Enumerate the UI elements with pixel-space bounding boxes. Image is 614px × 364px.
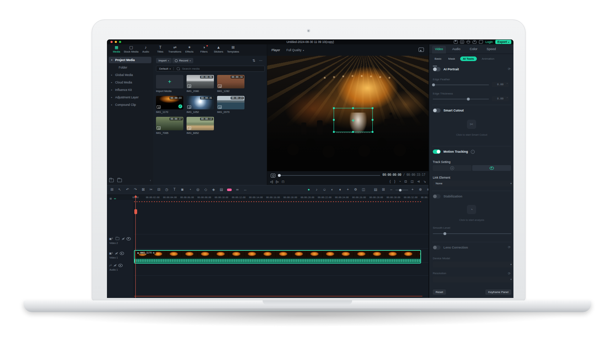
add-keyframe-icon[interactable]: + xyxy=(346,188,350,192)
resize-handle[interactable] xyxy=(372,131,373,133)
mask-icon[interactable]: ◙ xyxy=(180,188,184,192)
resize-handle[interactable] xyxy=(333,107,335,109)
media-item[interactable]: 00:00:33 ✓ IMG_1170 xyxy=(156,96,183,114)
settings-icon[interactable]: ⚙ xyxy=(354,188,358,192)
new-folder-icon[interactable] xyxy=(109,179,114,182)
timeline-scroll-indicator[interactable] xyxy=(134,296,422,297)
add-track-icon[interactable]: ⊞ xyxy=(109,197,112,200)
snapshot-icon[interactable]: ◫ xyxy=(410,180,414,183)
save-icon[interactable] xyxy=(454,40,458,44)
cart-icon[interactable] xyxy=(479,40,483,44)
nav-tab[interactable]: ✶ Effects xyxy=(183,45,195,53)
keyframe-panel-button[interactable]: Keyframe Panel xyxy=(485,289,511,295)
folder-icon[interactable] xyxy=(115,237,119,240)
sort-order-dropdown[interactable]: Default xyxy=(156,67,173,70)
sidebar-item[interactable]: Project Media xyxy=(109,57,151,63)
audio-mixer-icon[interactable]: ▤ xyxy=(219,188,223,192)
playhead-top-marker[interactable] xyxy=(135,196,137,198)
quality-dropdown[interactable]: Full Quality xyxy=(285,48,306,53)
media-panel-toggle-icon[interactable]: ⊞ xyxy=(110,188,114,192)
redo-icon[interactable]: ↷ xyxy=(133,188,138,192)
track-target-button[interactable] xyxy=(433,165,472,171)
inspector-subtab[interactable]: Animation xyxy=(480,56,496,61)
import-media-tile[interactable]: + Import Media xyxy=(156,75,183,93)
mute-track-icon[interactable]: ⊲ xyxy=(114,264,116,267)
link-element-dropdown[interactable]: None xyxy=(433,181,513,186)
stabilization-analysis-icon[interactable]: ◔ xyxy=(467,205,476,214)
volume-icon[interactable]: ⊲ xyxy=(417,180,420,183)
resize-handle[interactable] xyxy=(372,107,373,109)
freeze-frame-icon[interactable]: ◔ xyxy=(188,188,192,192)
media-item[interactable]: 00:00:13 ✓ IMG_6652 xyxy=(187,117,214,135)
nav-tab[interactable]: ⊞ Templates xyxy=(227,45,239,53)
ai-portrait-toggle[interactable] xyxy=(433,67,441,71)
undo-icon[interactable]: ↶ xyxy=(125,188,130,192)
tracking-selection-box[interactable]: + xyxy=(334,108,373,132)
timeline-zoom-slider[interactable] xyxy=(395,190,408,190)
media-library-icon[interactable] xyxy=(460,40,464,44)
login-button[interactable]: Login xyxy=(485,40,493,44)
inspector-subtab[interactable]: AI Tools xyxy=(460,56,477,61)
track-view-icon[interactable]: ⊞ xyxy=(381,188,386,192)
inspector-tab[interactable]: Video xyxy=(432,46,446,54)
toggle-visibility-icon[interactable] xyxy=(120,252,124,255)
sidebar-item[interactable]: Global Media xyxy=(109,72,151,78)
smart-cutout-icon[interactable]: ✂ xyxy=(467,120,476,129)
ripple-edit-icon[interactable]: ↔ xyxy=(243,188,247,192)
sidebar-item[interactable]: Influence Kit xyxy=(109,87,151,93)
timeline-clip[interactable] xyxy=(134,250,421,264)
inspector-tab[interactable]: Color xyxy=(467,46,480,54)
edge-feather-value[interactable]: 0.00 xyxy=(492,82,509,87)
reset-icon[interactable]: ⟳ xyxy=(508,245,511,249)
quick-text-icon[interactable]: T xyxy=(172,188,177,192)
marker-icon[interactable]: ◈ xyxy=(211,188,216,192)
info-icon[interactable]: i xyxy=(471,150,475,154)
beat-detection-icon[interactable]: ♪ xyxy=(314,188,319,192)
timeline-tracks-area[interactable] xyxy=(107,200,429,298)
compare-view-icon[interactable] xyxy=(419,48,424,52)
nav-tab[interactable]: ▲ Stickers xyxy=(212,45,225,53)
resize-handle[interactable] xyxy=(333,131,335,133)
magnetic-track-icon[interactable]: ∞ xyxy=(114,197,116,200)
resize-handle[interactable] xyxy=(333,119,335,121)
select-tool-icon[interactable]: ↖ xyxy=(118,188,122,192)
snapshot-icon[interactable]: ◫ xyxy=(361,188,366,192)
export-button[interactable]: Export▾ xyxy=(495,40,511,44)
search-input[interactable] xyxy=(181,67,236,71)
nav-tab[interactable]: ⇌ Transitions xyxy=(169,45,181,53)
smooth-level-slider[interactable] xyxy=(433,233,511,234)
playback-scrubber[interactable] xyxy=(278,175,380,176)
resize-handle[interactable] xyxy=(372,119,373,121)
inspector-tab[interactable]: Speed xyxy=(484,46,499,54)
playhead[interactable] xyxy=(135,195,136,298)
marker-flag-icon[interactable]: ♦ xyxy=(338,188,342,192)
smart-cutout-toggle[interactable] xyxy=(433,108,441,113)
inspector-tab[interactable]: Audio xyxy=(449,46,463,54)
edge-thickness-slider[interactable] xyxy=(433,99,489,99)
play-icon[interactable]: ▷ xyxy=(276,180,279,184)
split-icon[interactable]: ✂ xyxy=(149,188,153,192)
reset-button[interactable]: Reset xyxy=(433,289,446,295)
media-item[interactable]: 00:00:23 ✓ IMG_0979 xyxy=(217,96,244,114)
filmstrip-view-icon[interactable]: ▤ xyxy=(373,188,378,192)
video-preview[interactable]: + xyxy=(267,56,429,171)
stabilization-toggle[interactable] xyxy=(433,194,441,199)
lens-correction-toggle[interactable] xyxy=(433,245,441,250)
nav-tab[interactable]: ♪ Audio xyxy=(140,45,152,53)
media-item[interactable]: 00:00:45 ✓ IMG_1052 xyxy=(187,96,214,114)
zoom-fit-icon[interactable]: ⊕ xyxy=(418,188,422,192)
sidebar-item[interactable]: Adjustment Layer xyxy=(109,94,151,100)
speed-icon[interactable]: ◷ xyxy=(165,188,169,192)
resolution-dropdown[interactable] xyxy=(433,277,513,282)
mask-tool-icon[interactable]: ◐ xyxy=(330,188,334,192)
motion-tracking-toggle[interactable] xyxy=(433,150,441,154)
keyframe-icon[interactable]: ◇ xyxy=(204,188,208,192)
more-options-icon[interactable]: ⋯ xyxy=(259,59,263,63)
playhead-marker-chip[interactable] xyxy=(134,209,137,214)
mute-track-icon[interactable]: ⊲ xyxy=(115,252,118,255)
delete-icon[interactable]: ⊠ xyxy=(141,188,145,192)
web-login-icon[interactable] xyxy=(467,40,470,44)
edge-feather-slider[interactable] xyxy=(433,85,489,85)
snapshot-icon[interactable] xyxy=(271,174,275,178)
media-item[interactable]: 00:00:17 ✓ IMG_7065 xyxy=(156,117,183,135)
